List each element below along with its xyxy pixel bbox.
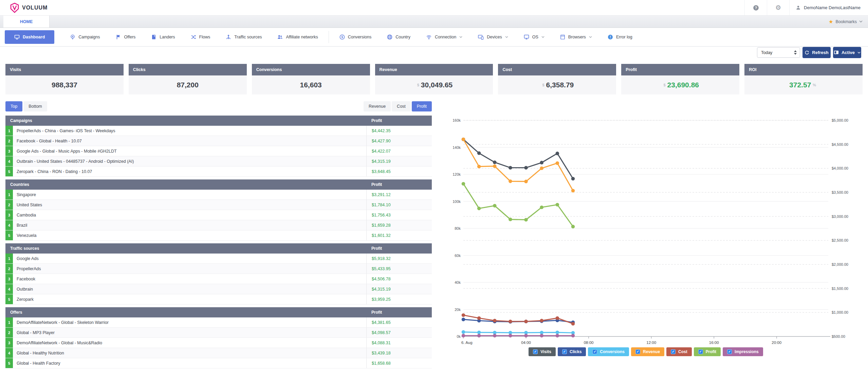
stat-card-visits: Visits988,337 xyxy=(5,64,124,94)
data-point-cost xyxy=(493,319,497,323)
row-rank: 1 xyxy=(5,317,13,327)
checkbox-checked-icon[interactable]: ✓ xyxy=(698,349,703,354)
user-menu[interactable]: DemoName DemoLastName xyxy=(789,0,868,15)
nav-item-devices[interactable]: Devices xyxy=(478,35,508,40)
legend-chip-clicks[interactable]: ✓Clicks xyxy=(558,347,586,356)
nav-item-label: Conversions xyxy=(348,35,371,39)
table-row[interactable]: 2PropellerAds$5,433.95 xyxy=(5,264,432,274)
data-point-visits xyxy=(556,152,559,155)
select-spinner-icon xyxy=(794,50,797,55)
offers-icon xyxy=(116,34,121,40)
monitor-icon xyxy=(834,50,839,55)
table-row[interactable]: 4Brazil$1,659.28 xyxy=(5,220,432,230)
row-name: Outbrain - United States - 04485737 - An… xyxy=(13,156,366,166)
nav-item-os[interactable]: OS xyxy=(524,34,544,40)
traffic-sources-icon xyxy=(226,34,231,40)
axis-label: $2,500.00 xyxy=(832,238,848,242)
row-name: DemoAffiliateNetwork - Global - Skeleton… xyxy=(13,317,366,327)
top-button[interactable]: Top xyxy=(5,101,22,111)
stat-value: 16,603 xyxy=(300,81,322,89)
legend-chip-profit[interactable]: ✓Profit xyxy=(694,347,721,356)
table-row[interactable]: 2Facebook - Global - Health - 10.07$4,42… xyxy=(5,136,432,146)
axis-label: 140k xyxy=(453,145,461,150)
nav-item-flows[interactable]: Flows xyxy=(191,34,210,40)
checkbox-checked-icon[interactable]: ✓ xyxy=(592,349,597,354)
table-row[interactable]: 3Google Ads - Global - Music Apps - Mobi… xyxy=(5,146,432,156)
voluum-logo[interactable]: VOLUUM xyxy=(10,3,48,13)
settings-button[interactable]: ⚙ xyxy=(767,0,789,15)
table-row[interactable]: 1Google Ads$5,918.32 xyxy=(5,254,432,264)
table-row[interactable]: 5Venezuela$1,601.32 xyxy=(5,230,432,241)
nav-item-connection[interactable]: Connection xyxy=(426,35,462,39)
stat-value: 87,200 xyxy=(177,81,199,89)
nav-item-affiliate-networks[interactable]: Affiliate networks xyxy=(277,34,318,40)
row-rank: 4 xyxy=(5,348,13,358)
row-rank: 5 xyxy=(5,358,13,368)
table-row[interactable]: 5Global - Health Factory$1,658.68 xyxy=(5,358,432,368)
browsers-icon xyxy=(560,34,565,40)
data-point-visits xyxy=(509,166,512,170)
checkbox-checked-icon[interactable]: ✓ xyxy=(671,349,676,354)
table-row[interactable]: 3DemoAffiliateNetwork - Global - Music&R… xyxy=(5,338,432,348)
row-profit: $4,315.19 xyxy=(366,156,432,166)
metric-tab-cost[interactable]: Cost xyxy=(392,101,411,111)
metric-tab-profit[interactable]: Profit xyxy=(412,101,432,111)
table-campaigns: CampaignsProfit1PropellerAds - China - G… xyxy=(5,116,432,177)
legend-chip-revenue[interactable]: ✓Revenue xyxy=(631,347,664,356)
row-profit: $4,427.90 xyxy=(366,136,432,146)
row-rank: 1 xyxy=(5,190,13,199)
svg-text:?: ? xyxy=(755,5,757,10)
checkbox-checked-icon[interactable]: ✓ xyxy=(635,349,640,354)
nav-item-campaigns[interactable]: Campaigns xyxy=(70,34,100,40)
stat-value: 30,049.65 xyxy=(421,81,453,89)
refresh-button[interactable]: Refresh xyxy=(802,47,831,58)
table-row[interactable]: 3Facebook$4,506.78 xyxy=(5,274,432,284)
table-header: Traffic sourcesProfit xyxy=(5,243,432,254)
checkbox-checked-icon[interactable]: ✓ xyxy=(533,349,538,354)
table-row[interactable]: 4Outbrain - United States - 04485737 - A… xyxy=(5,156,432,167)
table-row[interactable]: 1PropellerAds - China - Games- iOS Test … xyxy=(5,126,432,136)
table-row[interactable]: 1DemoAffiliateNetwork - Global - Skeleto… xyxy=(5,317,432,328)
legend-chip-impressions[interactable]: ✓Impressions xyxy=(723,347,763,356)
table-row[interactable]: 1Singapore$3,291.12 xyxy=(5,190,432,200)
top-button-label: Top xyxy=(11,104,17,109)
stat-card-value-area: 372.57% xyxy=(744,75,863,94)
currency-prefix: $ xyxy=(417,83,419,87)
row-rank: 4 xyxy=(5,156,13,166)
legend-chip-conversions[interactable]: ✓Conversions xyxy=(588,347,629,356)
active-filter-button[interactable]: Active xyxy=(833,47,861,58)
nav-item-error-log[interactable]: !Error log xyxy=(608,34,632,40)
checkbox-checked-icon[interactable]: ✓ xyxy=(562,349,567,354)
nav-item-browsers[interactable]: Browsers xyxy=(560,34,592,40)
bottom-button[interactable]: Bottom xyxy=(23,101,47,111)
data-point-impressions xyxy=(509,334,512,337)
legend-chip-visits[interactable]: ✓Visits xyxy=(529,347,556,356)
legend-chip-cost[interactable]: ✓Cost xyxy=(666,347,692,356)
table-row[interactable]: 3Cambodia$1,756.43 xyxy=(5,210,432,220)
help-button[interactable]: ? xyxy=(744,0,767,15)
nav-item-country[interactable]: Country xyxy=(387,34,410,40)
table-row[interactable]: 2United States$1,784.10 xyxy=(5,200,432,210)
table-row[interactable]: 5Zeropark - China - RON - Dating - 10.07… xyxy=(5,167,432,177)
table-row[interactable]: 5Zeropark$3,959.25 xyxy=(5,294,432,305)
table-row[interactable]: 2Global - MP3 Player$4,098.57 xyxy=(5,328,432,338)
nav-item-conversions[interactable]: $Conversions xyxy=(339,34,371,40)
nav-item-landers[interactable]: Landers xyxy=(151,34,175,40)
tab-home[interactable]: HOME xyxy=(3,16,50,28)
row-rank: 3 xyxy=(5,338,13,348)
nav-item-traffic-sources[interactable]: Traffic sources xyxy=(226,34,262,40)
data-point-profit xyxy=(540,206,543,209)
metric-tabs: RevenueCostProfit xyxy=(363,101,432,111)
table-row[interactable]: 4Outbrain$4,315.19 xyxy=(5,284,432,294)
checkbox-checked-icon[interactable]: ✓ xyxy=(727,349,732,354)
data-point-cost xyxy=(477,316,481,320)
nav-item-offers[interactable]: Offers xyxy=(116,34,136,40)
date-range-select[interactable]: Today xyxy=(757,47,800,58)
stat-value: 6,358.79 xyxy=(546,81,574,89)
voluum-shield-icon xyxy=(10,3,19,13)
table-row[interactable]: 4Global - Healthy Nutrition$3,439.18 xyxy=(5,348,432,358)
nav-item-dashboard[interactable]: Dashboard xyxy=(5,30,54,44)
bookmarks-button[interactable]: ★ Bookmarks xyxy=(829,16,863,28)
metric-tab-revenue[interactable]: Revenue xyxy=(364,101,391,111)
data-point-cost xyxy=(556,316,559,320)
